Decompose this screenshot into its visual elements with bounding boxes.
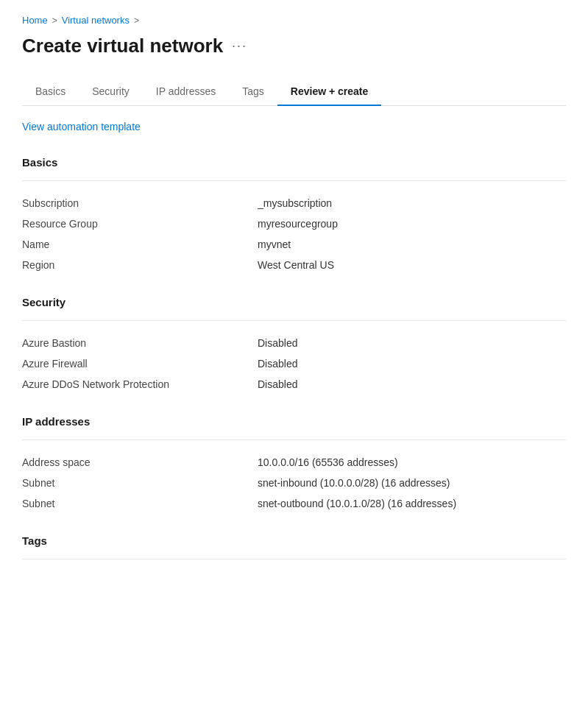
subscription-label: Subscription: [22, 197, 258, 209]
table-row: Subnet snet-outbound (10.0.1.0/28) (16 a…: [22, 493, 566, 514]
basics-section: Basics Subscription _mysubscription Reso…: [22, 156, 566, 275]
resource-group-value: myresourcegroup: [258, 218, 338, 230]
subnet-inbound-value: snet-inbound (10.0.0.0/28) (16 addresses…: [258, 477, 450, 489]
table-row: Azure Bastion Disabled: [22, 333, 566, 353]
table-row: Name myvnet: [22, 234, 566, 255]
view-automation-template-link[interactable]: View automation template: [22, 121, 141, 133]
region-label: Region: [22, 259, 258, 271]
address-space-value: 10.0.0.0/16 (65536 addresses): [258, 456, 398, 468]
table-row: Resource Group myresourcegroup: [22, 213, 566, 234]
tags-divider: [22, 559, 566, 559]
ellipsis-button[interactable]: ···: [232, 38, 247, 54]
table-row: Region West Central US: [22, 255, 566, 275]
resource-group-label: Resource Group: [22, 218, 258, 230]
subnet-inbound-label: Subnet: [22, 477, 258, 489]
azure-ddos-value: Disabled: [258, 378, 297, 390]
basics-divider: [22, 180, 566, 181]
table-row: Subnet snet-inbound (10.0.0.0/28) (16 ad…: [22, 473, 566, 493]
subnet-outbound-value: snet-outbound (10.0.1.0/28) (16 addresse…: [258, 498, 456, 509]
subnet-outbound-label: Subnet: [22, 498, 258, 509]
tab-ip-addresses[interactable]: IP addresses: [143, 78, 229, 106]
page-title: Create virtual network: [22, 35, 223, 57]
name-value: myvnet: [258, 239, 291, 250]
security-divider: [22, 320, 566, 321]
azure-bastion-value: Disabled: [258, 337, 297, 349]
ip-addresses-section: IP addresses Address space 10.0.0.0/16 (…: [22, 415, 566, 514]
table-row: Azure DDoS Network Protection Disabled: [22, 374, 566, 395]
security-section: Security Azure Bastion Disabled Azure Fi…: [22, 296, 566, 395]
breadcrumb: Home > Virtual networks >: [22, 15, 566, 26]
address-space-label: Address space: [22, 456, 258, 468]
breadcrumb-home[interactable]: Home: [22, 15, 48, 26]
basics-section-title: Basics: [22, 156, 566, 169]
breadcrumb-virtual-networks[interactable]: Virtual networks: [62, 15, 130, 26]
subscription-value: _mysubscription: [258, 197, 332, 209]
page-title-row: Create virtual network ···: [22, 35, 566, 57]
tags-section-title: Tags: [22, 534, 566, 547]
tags-section: Tags: [22, 534, 566, 559]
breadcrumb-sep2: >: [134, 15, 139, 26]
security-section-title: Security: [22, 296, 566, 308]
tab-tags[interactable]: Tags: [229, 78, 277, 106]
tab-security[interactable]: Security: [79, 78, 143, 106]
table-row: Subscription _mysubscription: [22, 193, 566, 213]
azure-ddos-label: Azure DDoS Network Protection: [22, 378, 258, 390]
ip-addresses-section-title: IP addresses: [22, 415, 566, 428]
ip-addresses-divider: [22, 439, 566, 440]
table-row: Azure Firewall Disabled: [22, 353, 566, 374]
azure-firewall-value: Disabled: [258, 358, 297, 370]
tab-review-create[interactable]: Review + create: [277, 78, 381, 106]
tabs-container: Basics Security IP addresses Tags Review…: [22, 78, 566, 106]
table-row: Address space 10.0.0.0/16 (65536 address…: [22, 452, 566, 473]
breadcrumb-sep1: >: [52, 15, 57, 26]
tab-basics[interactable]: Basics: [22, 78, 79, 106]
azure-firewall-label: Azure Firewall: [22, 358, 258, 370]
azure-bastion-label: Azure Bastion: [22, 337, 258, 349]
region-value: West Central US: [258, 259, 334, 271]
name-label: Name: [22, 239, 258, 250]
